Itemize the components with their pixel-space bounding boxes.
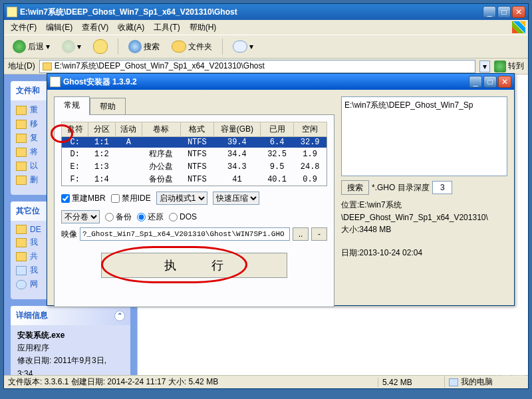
folder-icon: [16, 252, 27, 261]
network-icon: [16, 280, 27, 289]
back-icon: [13, 40, 26, 53]
options-row-2: 不分卷 备份 还原 DOS: [61, 210, 327, 223]
remove-button[interactable]: -: [311, 227, 327, 241]
loc-label: 位置:: [341, 200, 359, 209]
close-button[interactable]: ✕: [512, 6, 525, 18]
minimize-button[interactable]: _: [483, 6, 496, 18]
table-row[interactable]: D:1:2程序盘NTFS34.432.51.9: [62, 148, 327, 160]
views-icon: [233, 41, 247, 53]
minimize-button[interactable]: _: [469, 76, 482, 88]
app-icon: [50, 76, 61, 87]
menu-favorites[interactable]: 收藏(A): [114, 21, 148, 35]
ghost-body: 常规 帮助 盘符 分区 活动 卷标 格式 容量(GB) 已用 空闲 C:1:1A…: [47, 90, 514, 305]
task-icon: [16, 176, 27, 185]
task-icon: [16, 106, 27, 115]
size-label: 大小:: [341, 225, 359, 234]
task-icon: [16, 134, 27, 143]
up-button[interactable]: [88, 37, 112, 57]
details-header[interactable]: 详细信息⌃: [11, 306, 130, 325]
toolbar: 后退▾ ▾ 搜索 文件夹 ▾: [4, 35, 528, 59]
table-row[interactable]: E:1:3办公盘NTFS34.39.524.8: [62, 160, 327, 173]
table-row[interactable]: C:1:1ANTFS39.46.432.9: [62, 137, 327, 148]
volume-select[interactable]: 不分卷: [61, 210, 100, 223]
views-button[interactable]: ▾: [228, 38, 258, 55]
col-free[interactable]: 空闲: [293, 122, 327, 137]
go-icon: [494, 61, 506, 72]
address-input[interactable]: E:\win7系统\DEEP_Ghost_Win7_Sp1_x64_V20131…: [39, 60, 475, 73]
tab-content: 盘符 分区 活动 卷标 格式 容量(GB) 已用 空闲 C:1:1ANTFS39…: [54, 114, 334, 307]
ghost-title: Ghost安装器 1.3.9.2: [63, 76, 469, 88]
window-controls: _ □ ✕: [483, 6, 525, 18]
gho-ext: *.GHO: [372, 183, 395, 192]
col-part[interactable]: 分区: [88, 122, 116, 137]
ghost-titlebar: Ghost安装器 1.3.9.2 _ □ ✕: [47, 74, 514, 90]
status-location: 我的电脑: [444, 376, 524, 388]
loc-value: E:\win7系统\DEEP_Ghost_Win7_Sp1_x64_V20131…: [341, 200, 488, 222]
gho-list[interactable]: E:\win7系统\DEEP_Ghost_Win7_Sp: [341, 96, 507, 176]
col-capacity[interactable]: 容量(GB): [213, 122, 261, 137]
col-drive[interactable]: 盘符: [62, 122, 88, 137]
menu-edit[interactable]: 编辑(E): [42, 21, 76, 35]
address-text: E:\win7系统\DEEP_Ghost_Win7_Sp1_x64_V20131…: [55, 61, 265, 72]
menu-view[interactable]: 查看(V): [78, 21, 112, 35]
menu-help[interactable]: 帮助(H): [186, 21, 221, 35]
col-used[interactable]: 已用: [261, 122, 294, 137]
folder-icon: [43, 63, 52, 70]
folders-button[interactable]: 文件夹: [167, 38, 217, 55]
gho-info: 位置:E:\win7系统\DEEP_Ghost_Win7_Sp1_x64_V20…: [341, 199, 507, 259]
forward-button[interactable]: ▾: [57, 37, 86, 56]
forward-icon: [62, 40, 75, 53]
windows-logo-icon: [512, 21, 525, 33]
folder-icon: [16, 238, 27, 247]
folder-icon: [7, 7, 17, 17]
disable-ide-checkbox[interactable]: 禁用IDE: [111, 193, 151, 204]
col-format[interactable]: 格式: [181, 122, 214, 137]
computer-icon: [449, 378, 458, 386]
task-icon: [16, 148, 27, 157]
back-button[interactable]: 后退▾: [8, 37, 55, 56]
backup-radio[interactable]: 备份: [105, 211, 132, 223]
image-path-input[interactable]: [80, 227, 290, 241]
task-icon: [16, 120, 27, 129]
restore-radio[interactable]: 还原: [137, 211, 164, 223]
table-row[interactable]: F:1:4备份盘NTFS4140.10.9: [62, 173, 327, 186]
maximize-button[interactable]: □: [497, 6, 511, 18]
execute-button[interactable]: 执 行: [101, 253, 287, 278]
table-header-row: 盘符 分区 活动 卷标 格式 容量(GB) 已用 空闲: [62, 122, 327, 137]
status-size: 5.42 MB: [378, 378, 444, 387]
search-button[interactable]: 搜索: [124, 37, 164, 56]
date-value: 2013-10-24 02:04: [359, 248, 422, 257]
depth-input[interactable]: [432, 181, 452, 194]
search-icon: [128, 40, 142, 53]
browse-button[interactable]: ..: [293, 227, 309, 241]
depth-label: 目录深度: [398, 182, 430, 194]
menu-bar: 文件(F) 编辑(E) 查看(V) 收藏(A) 工具(T) 帮助(H): [4, 20, 528, 35]
dos-radio[interactable]: DOS: [169, 212, 197, 221]
separator: [222, 39, 223, 55]
go-button[interactable]: 转到: [494, 61, 524, 72]
gho-search-row: 搜索 *.GHO 目录深度: [341, 180, 507, 195]
address-dropdown[interactable]: ▾: [479, 61, 490, 72]
window-title: E:\win7系统\DEEP_Ghost_Win7_Sp1_x64_V20131…: [20, 7, 483, 18]
compress-select[interactable]: 快速压缩: [213, 192, 259, 205]
folders-icon: [172, 41, 186, 53]
size-value: 3448 MB: [359, 225, 391, 234]
details-body: 安装系统.exe 应用程序 修改日期: 2011年9月3日, 3:34: [11, 325, 130, 375]
tab-help[interactable]: 帮助: [90, 98, 126, 115]
details-panel: 详细信息⌃ 安装系统.exe 应用程序 修改日期: 2011年9月3日, 3:3…: [11, 306, 130, 375]
gho-search-button[interactable]: 搜索: [341, 180, 369, 195]
col-label[interactable]: 卷标: [142, 122, 180, 137]
details-mod-label: 修改日期:: [17, 356, 51, 365]
date-label: 日期:: [341, 248, 359, 257]
close-button[interactable]: ✕: [498, 76, 511, 88]
menu-tools[interactable]: 工具(T): [150, 21, 184, 35]
menu-file[interactable]: 文件(F): [7, 21, 41, 35]
boot-mode-select[interactable]: 启动模式1: [156, 192, 207, 205]
options-row-1: 重建MBR 禁用IDE 启动模式1 快速压缩: [61, 192, 327, 205]
rebuild-mbr-checkbox[interactable]: 重建MBR: [61, 193, 106, 204]
col-active[interactable]: 活动: [115, 122, 142, 137]
details-filename: 安装系统.exe: [17, 331, 65, 340]
maximize-button[interactable]: □: [483, 76, 497, 88]
tab-normal[interactable]: 常规: [54, 96, 90, 115]
details-filetype: 应用程序: [17, 343, 49, 352]
